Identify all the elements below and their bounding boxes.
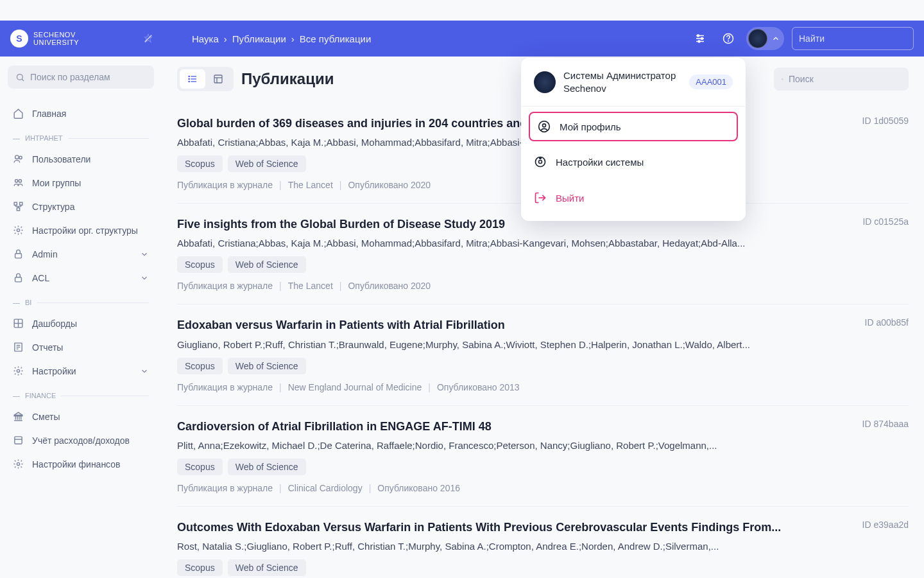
chevron-down-icon [140,367,149,376]
article-row[interactable]: Edoxaban versus Warfarin in Patients wit… [177,304,909,405]
svg-point-11 [17,74,23,80]
sidebar-search[interactable] [8,66,154,89]
search-icon [15,73,25,82]
chevron-right-icon: › [224,33,227,44]
article-tags: ScopusWeb of Science [177,256,909,273]
dropdown-user-org: Sechenov [563,82,676,95]
dropdown-logout[interactable]: Выйти [521,182,746,213]
article-id: ID e39aa2d [862,520,909,530]
sidebar-search-input[interactable] [30,72,146,82]
logo-text-bottom: UNIVERSITY [33,39,79,46]
home-icon [13,108,24,119]
tag[interactable]: Scopus [177,256,223,273]
article-row[interactable]: Cardioversion of Atrial Fibrillation in … [177,406,909,507]
sidebar-item-label: Мои группы [32,178,81,188]
article-title: Global burden of 369 diseases and injuri… [177,116,852,132]
content-search[interactable] [774,67,909,91]
dropdown-system-settings[interactable]: Настройки системы [521,146,746,177]
meta-item: Публикация в журнале [177,180,273,190]
tag[interactable]: Scopus [177,459,223,475]
article-title: Cardioversion of Atrial Fibrillation in … [177,419,852,435]
sidebar-item[interactable]: Структура [8,195,154,218]
sidebar-item[interactable]: Учёт расходов/доходов [8,428,154,452]
sidebar-item-label: Дашборды [32,319,77,329]
dropdown-item-label: Мой профиль [560,121,621,132]
global-search-input[interactable] [799,33,911,44]
settings-icon[interactable] [690,28,710,49]
help-icon[interactable] [718,28,739,49]
logo[interactable]: S SECHENOV UNIVERSITY [10,30,79,48]
article-tags: ScopusWeb of Science [177,358,909,374]
svg-point-59 [540,157,542,159]
sidebar-item[interactable]: Мои группы [8,171,154,195]
sidebar-item-home[interactable]: Главная [8,101,154,125]
sidebar-item-label: Настройки [32,366,76,376]
view-toggle [177,67,234,91]
svg-rect-41 [15,437,22,444]
meta-item: Публикация в журнале [177,483,273,493]
global-search[interactable] [792,27,914,50]
search-icon [782,74,783,84]
sidebar-item[interactable]: Отчеты [8,335,154,359]
meta-item: Публикация в журнале [177,281,273,291]
meta-item: Публикация в журнале [177,382,273,392]
sidebar-item[interactable]: Пользователи [8,147,154,171]
article-row[interactable]: Outcomes With Edoxaban Versus Warfarin i… [177,507,909,578]
sidebar-item-label: ACL [32,273,49,283]
content-search-input[interactable] [789,74,901,84]
sidebar-item[interactable]: Admin [8,242,154,266]
bc-item[interactable]: Все публикации [300,33,371,44]
bc-item[interactable]: Наука [192,33,219,44]
view-grid-button[interactable] [205,69,231,89]
article-tags: ScopusWeb of Science [177,459,909,475]
profile-icon [538,120,551,133]
tag[interactable]: Web of Science [228,256,306,273]
chevron-down-icon [140,250,149,259]
sidebar-item-label: Учёт расходов/доходов [32,435,130,446]
sidebar-item-label: Admin [32,249,58,259]
sidebar-item[interactable]: Настройки финансов [8,452,154,476]
article-meta: Публикация в журнале|New England Journal… [177,382,909,392]
dropdown-profile[interactable]: Мой профиль [529,112,738,141]
tag[interactable]: Scopus [177,155,223,172]
dropdown-item-label: Выйти [556,193,584,204]
section-header: —ИНТРАНЕТ [8,129,154,147]
tag[interactable]: Scopus [177,358,223,374]
tag[interactable]: Web of Science [228,459,306,475]
sidebar-item[interactable]: ACL [8,266,154,290]
lock-icon [13,272,24,283]
sidebar-item[interactable]: Настройки [8,359,154,383]
article-title: Edoxaban versus Warfarin in Patients wit… [177,317,855,333]
article-id: ID a00b85f [865,317,909,328]
tag[interactable]: Web of Science [228,559,306,576]
svg-rect-50 [214,75,222,83]
svg-point-15 [15,180,18,182]
article-authors: Plitt, Anna;Ezekowitz, Michael D.;De Cat… [177,440,909,451]
article-meta: Публикация в журнале|Clinical Cardiology… [177,483,909,493]
meta-item: The Lancet [288,281,333,291]
view-list-button[interactable] [180,69,205,89]
meta-item: Опубликовано 2020 [348,281,431,291]
bc-item[interactable]: Публикации [232,33,286,44]
sidebar-item[interactable]: Дашборды [8,311,154,335]
svg-rect-19 [17,208,19,211]
avatar [534,71,556,93]
tag[interactable]: Web of Science [228,358,306,374]
pin-icon[interactable] [143,33,153,44]
sidebar-item-label: Структура [32,202,74,212]
svg-line-12 [22,79,24,81]
sidebar-item[interactable]: Сметы [8,405,154,428]
article-authors: Rost, Natalia S.;Giugliano, Robert P.;Ru… [177,541,909,552]
structure-icon [13,201,24,212]
sidebar: Главная —ИНТРАНЕТПользователиМои группыС… [0,57,162,578]
svg-rect-35 [14,415,22,416]
meta-item: New England Journal of Medicine [288,382,422,392]
tag[interactable]: Scopus [177,559,223,576]
dropdown-item-label: Настройки системы [556,157,644,168]
sidebar-item[interactable]: Настройки орг. структуры [8,218,154,242]
user-menu-trigger[interactable] [746,27,784,50]
tag[interactable]: Web of Science [228,155,306,172]
svg-point-53 [782,78,783,80]
svg-rect-18 [20,202,22,205]
svg-point-49 [189,81,189,82]
